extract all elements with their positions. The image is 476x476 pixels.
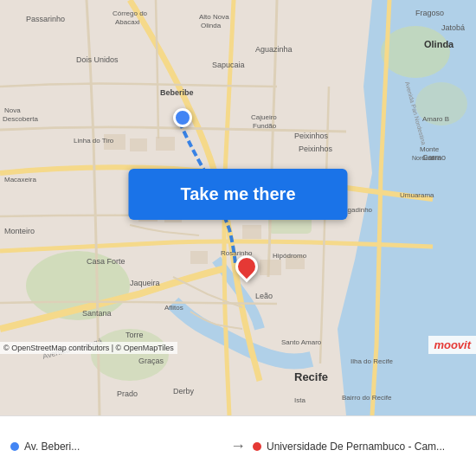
moovit-logo: moovit [428, 336, 476, 354]
svg-rect-8 [156, 137, 175, 151]
svg-point-3 [381, 26, 450, 78]
svg-rect-13 [242, 225, 261, 239]
svg-rect-14 [190, 251, 208, 264]
svg-text:Monte: Monte [420, 145, 440, 153]
destination-text: Universidade De Pernambuco - Cam... [267, 441, 445, 453]
svg-text:Monteiro: Monteiro [4, 227, 35, 235]
svg-text:Casa Forte: Casa Forte [87, 257, 125, 266]
svg-text:Derby: Derby [173, 387, 195, 396]
svg-rect-15 [260, 260, 281, 275]
svg-text:Fragoso: Fragoso [415, 9, 444, 17]
svg-text:Nova: Nova [4, 106, 21, 114]
svg-text:Fundão: Fundão [253, 122, 277, 130]
svg-text:Cajueiro: Cajueiro [251, 113, 277, 121]
origin-location: Av. Beberi... [10, 441, 223, 453]
map-container: Passarinho Córrego do Abacaxi Dois Unido… [0, 0, 476, 415]
svg-text:Olinda: Olinda [201, 22, 222, 29]
svg-text:Santana: Santana [82, 309, 112, 318]
svg-text:Amaro B: Amaro B [422, 115, 449, 123]
svg-text:Peixinhos: Peixinhos [299, 145, 333, 153]
svg-text:Passarinho: Passarinho [26, 15, 65, 23]
svg-text:Prado: Prado [117, 389, 138, 398]
take-me-there-button[interactable]: Take me there [128, 169, 347, 220]
bottom-bar: Av. Beberi... → Universidade De Pernambu… [0, 415, 476, 476]
svg-text:Olinda: Olinda [424, 39, 454, 49]
destination-pin [235, 255, 256, 276]
svg-text:Peixinhos: Peixinhos [294, 132, 329, 140]
origin-text: Av. Beberi... [24, 441, 80, 453]
svg-text:Hipódromo: Hipódromo [273, 252, 307, 260]
svg-text:Jaqueira: Jaqueira [130, 279, 160, 287]
svg-text:Recife: Recife [294, 370, 328, 383]
destination-dot [253, 442, 261, 451]
svg-text:Córrego do: Córrego do [113, 10, 148, 17]
svg-text:Ista: Ista [294, 396, 306, 404]
origin-pin [173, 108, 190, 125]
svg-text:Linha do Tiro: Linha do Tiro [74, 137, 114, 145]
svg-text:Abacaxi: Abacaxi [115, 18, 140, 26]
direction-arrow: → [223, 437, 253, 455]
svg-text:Santo Amaro: Santo Amaro [281, 338, 322, 346]
svg-rect-7 [130, 138, 147, 151]
svg-text:Beberibe: Beberibe [160, 88, 194, 97]
svg-text:Ilha do Recife: Ilha do Recife [351, 357, 393, 365]
svg-text:Descoberta: Descoberta [3, 115, 38, 123]
destination-location: Universidade De Pernambuco - Cam... [253, 441, 466, 453]
svg-text:Jatobá: Jatobá [441, 23, 465, 32]
svg-text:Aguazinha: Aguazinha [255, 45, 293, 54]
svg-text:Aflitos: Aflitos [164, 304, 183, 312]
svg-text:Dois Unidos: Dois Unidos [76, 55, 119, 64]
svg-text:Macaxeira: Macaxeira [4, 176, 36, 183]
svg-text:Torre: Torre [125, 331, 144, 339]
svg-text:Alto Nova: Alto Nova [199, 13, 229, 21]
origin-dot [10, 442, 19, 451]
svg-text:Nordestina: Nordestina [412, 155, 441, 161]
svg-text:Graças: Graças [138, 357, 164, 365]
svg-text:Bairro do Recife: Bairro do Recife [342, 394, 392, 402]
osm-attribution: © OpenStreetMap contributors | © OpenMap… [0, 342, 177, 354]
svg-text:Sapucaia: Sapucaia [212, 61, 245, 69]
svg-text:Umuarama: Umuarama [400, 191, 434, 199]
svg-text:Leão: Leão [255, 292, 273, 300]
